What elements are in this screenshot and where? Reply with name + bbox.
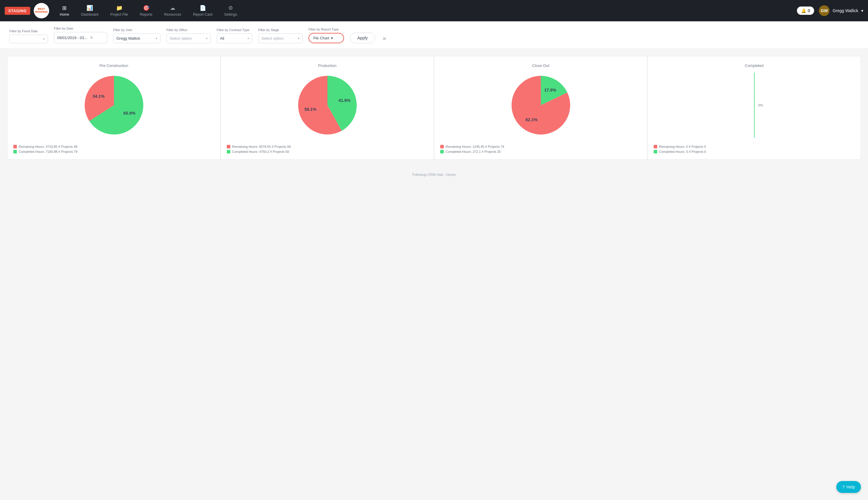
office-placeholder: Select option xyxy=(170,36,192,41)
production-panel: Production 41.9%58.1% Remaining Hours: 6… xyxy=(221,56,434,159)
logo-text: BESTROOFING xyxy=(35,8,48,14)
stage-label: Filter by Stage xyxy=(258,28,303,32)
office-group: Filter by Office Select option ▾ xyxy=(166,28,211,43)
report-type-value: Pie Chart xyxy=(313,36,329,40)
red-pct-label: 82.1% xyxy=(525,117,537,122)
production-legend: Remaining Hours: 6578.55 # Projects 68 C… xyxy=(227,145,428,154)
settings-icon: ⚙ xyxy=(228,5,233,11)
nav-label-project-file: Project File xyxy=(111,12,128,16)
nav-label-report-card: Report Card xyxy=(193,12,212,16)
reports-icon: 🎯 xyxy=(143,5,150,11)
contract-label: Filter by Contract Type xyxy=(217,28,252,32)
fixed-date-select[interactable]: ▾ xyxy=(10,35,48,43)
user-label: Filter by User xyxy=(113,28,161,32)
charts-row: Pre Construction 65.9%34.1% Remaining Ho… xyxy=(7,56,861,160)
navbar: STAGING BESTROOFING ⊞ Home 📊 Dashboard 📁… xyxy=(0,0,868,21)
close-out-panel: Close Out 17.9%82.1% Remaining Hours: 12… xyxy=(434,56,647,159)
nav-item-dashboard[interactable]: 📊 Dashboard xyxy=(75,2,104,19)
pre-construction-pie: 65.9%34.1% xyxy=(81,72,147,138)
red-dot xyxy=(13,145,17,148)
apply-button[interactable]: Apply xyxy=(350,33,375,43)
stage-chevron-icon: ▾ xyxy=(298,37,299,40)
staging-badge: STAGING xyxy=(5,7,30,15)
user-value: Gregg Wallick xyxy=(116,36,140,41)
completed-title: Completed xyxy=(745,64,764,68)
pre-construction-panel: Pre Construction 65.9%34.1% Remaining Ho… xyxy=(8,56,220,159)
close-out-title: Close Out xyxy=(532,64,549,68)
contract-chevron-icon: ▾ xyxy=(247,37,249,40)
fixed-date-label: Filter by Fixed Date xyxy=(10,29,48,33)
user-select[interactable]: Gregg Wallick ▾ xyxy=(113,33,161,43)
date-label: Filter by Date xyxy=(54,27,107,30)
nav-item-home[interactable]: ⊞ Home xyxy=(54,2,75,19)
stage-select[interactable]: Select option ▾ xyxy=(258,33,303,43)
report-type-select[interactable]: Pie Chart ▾ xyxy=(309,33,344,43)
logo: BESTROOFING xyxy=(34,3,49,18)
pre-construction-title: Pre Construction xyxy=(100,64,128,68)
completed-bar-chart: 0% xyxy=(745,72,763,138)
completed-legend-green: Completed Hours: 0 # Projects 0 xyxy=(654,150,855,154)
help-button[interactable]: ? Help xyxy=(836,481,861,493)
user-group: Filter by User Gregg Wallick ▾ xyxy=(113,28,161,43)
stage-group: Filter by Stage Select option ▾ xyxy=(258,28,303,43)
green-dot xyxy=(654,150,657,154)
office-label: Filter by Office xyxy=(166,28,211,32)
date-clear-button[interactable]: ✕ xyxy=(89,35,94,41)
pre-construction-legend-green: Completed Hours: 7160.88 # Projects 79 xyxy=(13,150,214,154)
red-dot xyxy=(440,145,444,148)
date-value: 09/01/2019 - 03... xyxy=(57,36,87,40)
close-out-legend-green: Completed Hours: 272.1 # Projects 25 xyxy=(440,150,641,154)
nav-item-reports[interactable]: 🎯 Reports xyxy=(134,2,158,19)
production-title: Production xyxy=(318,64,336,68)
nav-label-home: Home xyxy=(60,12,69,16)
notification-button[interactable]: 🔔 0 xyxy=(797,7,814,15)
close-out-legend: Remaining Hours: 1245.45 # Projects 74 C… xyxy=(440,145,641,154)
close-filters-button[interactable]: ✕ xyxy=(381,34,388,43)
dashboard-icon: 📊 xyxy=(86,5,93,11)
report-card-icon: 📄 xyxy=(199,5,206,11)
date-select[interactable]: 09/01/2019 - 03... ✕ xyxy=(54,32,107,43)
green-dot xyxy=(13,150,17,154)
pie-svg: 17.9%82.1% xyxy=(508,72,574,138)
pie-svg: 41.9%58.1% xyxy=(295,72,360,138)
nav-label-settings: Settings xyxy=(224,12,237,16)
user-name: Gregg Wallick xyxy=(832,8,858,13)
resources-icon: ☁ xyxy=(170,5,175,11)
completed-legend: Remaining Hours: 0 # Projects 0 Complete… xyxy=(654,145,855,154)
nav-item-report-card[interactable]: 📄 Report Card xyxy=(187,2,218,19)
nav-item-settings[interactable]: ⚙ Settings xyxy=(218,2,243,19)
bar-label: 0% xyxy=(759,103,763,107)
nav-item-project-file[interactable]: 📁 Project File xyxy=(104,2,134,19)
nav-items: ⊞ Home 📊 Dashboard 📁 Project File 🎯 Repo… xyxy=(54,2,797,19)
bar-line xyxy=(754,72,755,138)
report-type-group: Filter by Report Type Pie Chart ▾ xyxy=(309,27,344,43)
pre-construction-legend-red: Remaining Hours: 3710.85 # Projects 48 xyxy=(13,145,214,148)
report-type-label: Filter by Report Type xyxy=(309,27,344,31)
green-pct-label: 17.9% xyxy=(544,88,556,92)
green-pct-label: 65.9% xyxy=(123,111,135,115)
office-select[interactable]: Select option ▾ xyxy=(166,33,211,43)
user-menu[interactable]: GW Gregg Wallick ▾ xyxy=(819,5,863,16)
close-out-pie: 17.9%82.1% xyxy=(508,72,574,138)
close-out-legend-red: Remaining Hours: 1245.45 # Projects 74 xyxy=(440,145,641,148)
report-type-chevron-icon: ▾ xyxy=(331,36,333,40)
fixed-date-chevron-icon: ▾ xyxy=(43,37,45,41)
production-pie: 41.9%58.1% xyxy=(295,72,360,138)
nav-label-dashboard: Dashboard xyxy=(81,12,99,16)
green-pct-label: 41.9% xyxy=(338,98,350,103)
red-dot xyxy=(227,145,230,148)
production-legend-green: Completed Hours: 4750.2 # Projects 50 xyxy=(227,150,428,154)
footer: Followup CRM Hub - Home xyxy=(0,167,868,183)
production-legend-red: Remaining Hours: 6578.55 # Projects 68 xyxy=(227,145,428,148)
project-file-icon: 📁 xyxy=(116,5,123,11)
nav-item-resources[interactable]: ☁ Resources xyxy=(158,2,187,19)
help-icon: ? xyxy=(842,485,845,489)
date-group: Filter by Date 09/01/2019 - 03... ✕ xyxy=(54,27,107,43)
user-chevron-icon: ▾ xyxy=(861,8,863,13)
main-content: Pre Construction 65.9%34.1% Remaining Ho… xyxy=(0,49,868,167)
pre-construction-legend: Remaining Hours: 3710.85 # Projects 48 C… xyxy=(13,145,214,154)
notification-count: 0 xyxy=(808,8,810,13)
contract-select[interactable]: All ▾ xyxy=(217,33,252,43)
user-chevron-icon: ▾ xyxy=(156,37,157,40)
contract-group: Filter by Contract Type All ▾ xyxy=(217,28,252,43)
